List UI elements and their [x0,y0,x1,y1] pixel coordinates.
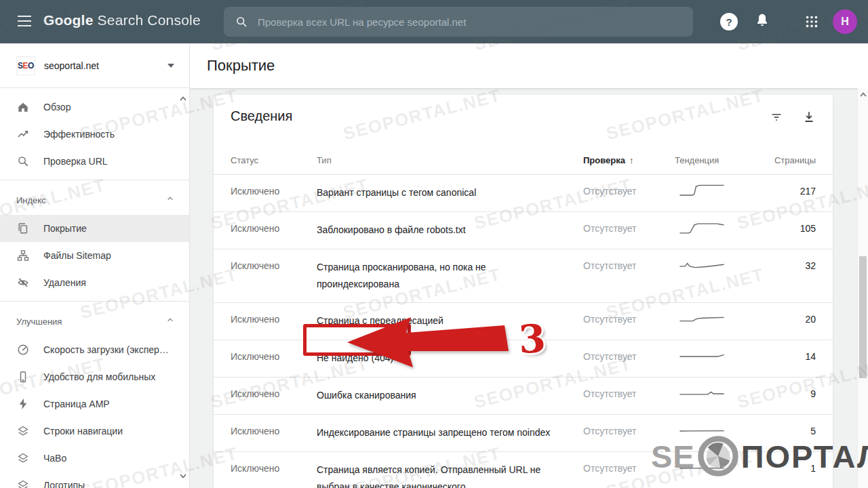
search-input[interactable] [258,16,682,28]
sidebar-section-1[interactable]: Индекс [0,185,189,215]
page-title-bar: Покрытие [190,43,868,88]
row-check: Отсутствует [583,350,675,363]
removals-icon [16,276,30,289]
column-header-trend[interactable]: Тенденция [675,155,765,165]
column-header-check[interactable]: Проверка↑ [583,155,675,165]
row-status: Исключено [231,312,317,326]
table-row[interactable]: Исключено Страница является копией. Отпр… [214,452,833,488]
main-scrollbar[interactable] [857,88,868,488]
details-table-body: Исключено Вариант страницы с тегом canon… [214,175,833,488]
table-row[interactable]: Исключено Заблокировано в файле robots.t… [214,212,833,249]
row-pages: 217 [765,184,816,198]
sidebar-item[interactable]: Покрытие [0,215,189,242]
sidebar-divider [0,180,189,180]
sitemap-icon [16,249,30,262]
column-header-status[interactable]: Статус [231,155,317,165]
row-type: Индексирование страницы запрещено тегом … [317,424,583,441]
sidebar-scroll-down-icon[interactable] [179,470,187,483]
sidebar-item[interactable]: Страница AMP [0,390,189,418]
download-icon[interactable] [802,110,816,125]
trend-sparkline [675,387,765,405]
mobile-icon [16,370,30,384]
coverage-icon [16,222,30,235]
property-favicon: SEO [16,56,35,75]
row-type: Вариант страницы с тегом canonical [317,184,583,201]
table-row[interactable]: Исключено Не найдено (404) Отсутствует 1… [214,340,833,378]
sidebar-scroll-up-icon[interactable] [179,94,187,106]
performance-icon [16,127,30,141]
column-header-type[interactable]: Тип [317,155,583,165]
app-title: Google Search Console [43,12,201,28]
sidebar-section-2[interactable]: Улучшения [0,306,189,336]
table-row[interactable]: Исключено Вариант страницы с тегом canon… [214,175,833,212]
chevron-up-icon [165,314,176,328]
table-row[interactable]: Исключено Страница с переадресацией Отсу… [214,303,833,340]
scroll-up-icon[interactable] [859,89,867,98]
sidebar-item[interactable]: Эффективность [0,121,189,148]
user-avatar[interactable]: H [833,9,857,34]
page-title: Покрытие [207,57,275,75]
row-pages: 32 [765,259,816,272]
url-inspection-searchbar[interactable] [224,7,693,37]
content-area: Сведения Статус Тип Проверка↑ Тенденция … [190,88,868,488]
sidebar-item[interactable]: Обзор [0,94,189,121]
row-type: Не найдено (404) [317,350,583,367]
sidebar-item[interactable]: Удобство для мобильных [0,363,189,390]
chevron-up-icon [165,193,176,207]
faq-icon [16,451,30,465]
sidebar-item[interactable]: Логотипы [0,472,189,488]
row-type: Ошибка сканирования [317,387,583,404]
table-row[interactable]: Исключено Ошибка сканирования Отсутствуе… [214,378,833,415]
row-pages: 105 [765,222,816,235]
main-area: Покрытие Сведения Статус Тип Проверка↑ Т [190,43,868,488]
row-check: Отсутствует [583,312,675,326]
row-type: Заблокировано в файле robots.txt [317,222,583,239]
row-status: Исключено [231,222,317,235]
row-status: Исключено [231,350,317,363]
sidebar-item[interactable]: Скорость загрузки (экспер… [0,336,189,363]
table-row[interactable]: Исключено Страница просканирована, но по… [214,249,833,303]
sidebar-divider [0,301,189,302]
help-icon[interactable]: ? [720,13,738,30]
row-check: Отсутствует [583,387,675,401]
sidebar-item[interactable]: Удаления [0,269,189,296]
logos-icon [16,479,30,488]
row-status: Исключено [231,387,317,401]
trend-sparkline [675,312,765,330]
speed-icon [16,343,30,357]
row-check: Отсутствует [583,222,675,235]
trend-sparkline [675,462,765,479]
sidebar-item[interactable]: Проверка URL [0,148,189,175]
row-check: Отсутствует [583,259,675,272]
row-type: Страница просканирована, но пока не прои… [317,259,583,293]
trend-sparkline [675,259,765,277]
sidebar-item[interactable]: Файлы Sitemap [0,242,189,269]
filter-icon[interactable] [769,110,784,125]
table-row[interactable]: Исключено Индексирование страницы запрещ… [214,415,833,452]
property-name: seoportal.net [44,60,99,71]
property-selector[interactable]: SEO seoportal.net [0,43,189,88]
row-check: Отсутствует [583,424,675,438]
sidebar-item[interactable]: Строки навигации [0,418,189,445]
sort-ascending-icon: ↑ [629,155,634,165]
row-pages: 9 [765,387,816,401]
breadcrumbs-icon [16,424,30,438]
trend-sparkline [675,350,765,367]
notifications-bell-icon[interactable] [754,12,770,30]
column-header-pages[interactable]: Страницы [765,155,816,165]
row-check: Отсутствует [583,462,675,475]
sidebar: SEO seoportal.net Обзор Эффективность Пр… [0,43,190,488]
scrollbar-thumb[interactable] [859,256,867,378]
sidebar-item[interactable]: ЧаВо [0,445,189,472]
google-apps-grid-icon[interactable] [804,14,819,29]
table-header-row: Статус Тип Проверка↑ Тенденция Страницы [214,131,833,175]
row-status: Исключено [231,259,317,272]
chevron-down-icon [167,64,174,68]
row-status: Исключено [231,462,317,475]
row-type: Страница является копией. Отправленный U… [317,462,583,488]
row-pages: 20 [765,312,816,326]
row-status: Исключено [231,184,317,198]
row-type: Страница с переадресацией [317,312,583,329]
search-icon [235,15,248,28]
hamburger-menu-icon[interactable] [18,16,31,26]
